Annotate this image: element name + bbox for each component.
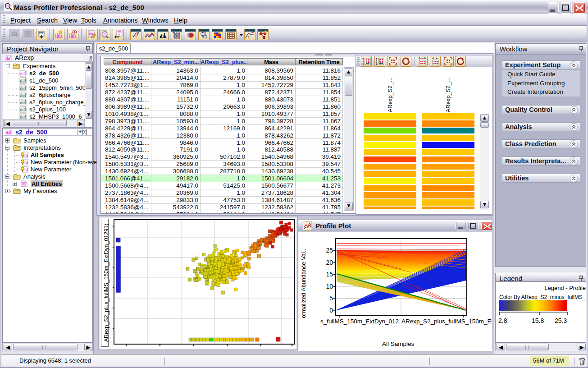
- svg-text:0: 0: [329, 307, 333, 314]
- svg-text:σ: σ: [252, 31, 254, 34]
- svg-text:15: 15: [326, 271, 333, 278]
- svg-text:20: 20: [326, 259, 333, 266]
- svg-text:μ: μ: [248, 34, 251, 38]
- svg-text:5: 5: [329, 294, 333, 302]
- svg-text:10: 10: [326, 283, 333, 290]
- svg-text:25: 25: [326, 247, 333, 254]
